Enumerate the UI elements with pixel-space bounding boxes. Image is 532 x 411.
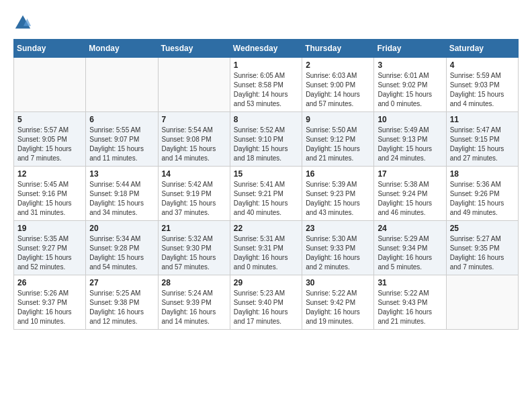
calendar-cell: [158, 58, 230, 112]
day-number: 23: [306, 224, 370, 233]
day-number: 29: [234, 278, 298, 287]
calendar-cell: 10Sunrise: 5:49 AM Sunset: 9:13 PM Dayli…: [374, 112, 446, 167]
logo-icon: [13, 13, 32, 32]
calendar-cell: 14Sunrise: 5:42 AM Sunset: 9:19 PM Dayli…: [158, 167, 230, 221]
day-info: Sunrise: 5:32 AM Sunset: 9:30 PM Dayligh…: [162, 234, 226, 272]
day-info: Sunrise: 5:36 AM Sunset: 9:26 PM Dayligh…: [450, 180, 515, 218]
day-info: Sunrise: 5:59 AM Sunset: 9:03 PM Dayligh…: [450, 71, 515, 109]
day-info: Sunrise: 5:42 AM Sunset: 9:19 PM Dayligh…: [162, 180, 226, 218]
day-number: 10: [378, 115, 442, 124]
day-info: Sunrise: 5:30 AM Sunset: 9:33 PM Dayligh…: [306, 234, 370, 272]
calendar-cell: 29Sunrise: 5:23 AM Sunset: 9:40 PM Dayli…: [230, 275, 302, 330]
day-info: Sunrise: 5:57 AM Sunset: 9:05 PM Dayligh…: [17, 126, 82, 163]
day-number: 4: [450, 60, 515, 70]
calendar-cell: 4Sunrise: 5:59 AM Sunset: 9:03 PM Daylig…: [446, 58, 518, 112]
calendar-header-row: SundayMondayTuesdayWednesdayThursdayFrid…: [14, 40, 519, 58]
day-info: Sunrise: 5:50 AM Sunset: 9:12 PM Dayligh…: [306, 126, 370, 163]
day-number: 14: [162, 169, 226, 179]
day-info: Sunrise: 5:22 AM Sunset: 9:42 PM Dayligh…: [306, 289, 370, 326]
day-number: 13: [89, 169, 154, 179]
calendar-cell: 20Sunrise: 5:34 AM Sunset: 9:28 PM Dayli…: [86, 221, 158, 275]
day-info: Sunrise: 5:45 AM Sunset: 9:16 PM Dayligh…: [17, 180, 82, 218]
calendar-cell: 26Sunrise: 5:26 AM Sunset: 9:37 PM Dayli…: [14, 275, 86, 330]
calendar-cell: [14, 58, 86, 112]
day-number: 26: [17, 278, 82, 287]
calendar-cell: 27Sunrise: 5:25 AM Sunset: 9:38 PM Dayli…: [86, 275, 158, 330]
calendar-cell: 15Sunrise: 5:41 AM Sunset: 9:21 PM Dayli…: [230, 167, 302, 221]
day-info: Sunrise: 5:44 AM Sunset: 9:18 PM Dayligh…: [89, 180, 154, 218]
day-number: 27: [89, 278, 154, 287]
day-number: 22: [234, 224, 298, 233]
calendar-cell: 28Sunrise: 5:24 AM Sunset: 9:39 PM Dayli…: [158, 275, 230, 330]
calendar-cell: 3Sunrise: 6:01 AM Sunset: 9:02 PM Daylig…: [374, 58, 446, 112]
day-info: Sunrise: 5:35 AM Sunset: 9:27 PM Dayligh…: [17, 234, 82, 272]
day-number: 5: [17, 115, 82, 124]
calendar-cell: 30Sunrise: 5:22 AM Sunset: 9:42 PM Dayli…: [302, 275, 374, 330]
day-info: Sunrise: 5:34 AM Sunset: 9:28 PM Dayligh…: [89, 234, 154, 272]
day-number: 17: [378, 169, 442, 179]
calendar-body: 1Sunrise: 6:05 AM Sunset: 8:58 PM Daylig…: [14, 58, 519, 330]
calendar-table: SundayMondayTuesdayWednesdayThursdayFrid…: [13, 39, 519, 330]
calendar-week-row: 1Sunrise: 6:05 AM Sunset: 8:58 PM Daylig…: [14, 58, 519, 112]
day-number: 31: [378, 278, 442, 287]
calendar-cell: 7Sunrise: 5:54 AM Sunset: 9:08 PM Daylig…: [158, 112, 230, 167]
day-info: Sunrise: 5:54 AM Sunset: 9:08 PM Dayligh…: [162, 126, 226, 163]
day-number: 9: [306, 115, 370, 124]
calendar-cell: 16Sunrise: 5:39 AM Sunset: 9:23 PM Dayli…: [302, 167, 374, 221]
day-info: Sunrise: 5:49 AM Sunset: 9:13 PM Dayligh…: [378, 126, 442, 163]
calendar-cell: 1Sunrise: 6:05 AM Sunset: 8:58 PM Daylig…: [230, 58, 302, 112]
day-info: Sunrise: 5:26 AM Sunset: 9:37 PM Dayligh…: [17, 289, 82, 326]
day-number: 1: [234, 60, 298, 70]
day-info: Sunrise: 6:03 AM Sunset: 9:00 PM Dayligh…: [306, 71, 370, 109]
calendar-cell: 19Sunrise: 5:35 AM Sunset: 9:27 PM Dayli…: [14, 221, 86, 275]
calendar-cell: 25Sunrise: 5:27 AM Sunset: 9:35 PM Dayli…: [446, 221, 518, 275]
day-number: 3: [378, 60, 442, 70]
calendar-week-row: 12Sunrise: 5:45 AM Sunset: 9:16 PM Dayli…: [14, 167, 519, 221]
calendar-cell: 13Sunrise: 5:44 AM Sunset: 9:18 PM Dayli…: [86, 167, 158, 221]
calendar-cell: 21Sunrise: 5:32 AM Sunset: 9:30 PM Dayli…: [158, 221, 230, 275]
day-info: Sunrise: 5:25 AM Sunset: 9:38 PM Dayligh…: [89, 289, 154, 326]
day-info: Sunrise: 5:55 AM Sunset: 9:07 PM Dayligh…: [89, 126, 154, 163]
day-number: 12: [17, 169, 82, 179]
day-info: Sunrise: 6:01 AM Sunset: 9:02 PM Dayligh…: [378, 71, 442, 109]
calendar-cell: 24Sunrise: 5:29 AM Sunset: 9:34 PM Dayli…: [374, 221, 446, 275]
calendar-week-row: 5Sunrise: 5:57 AM Sunset: 9:05 PM Daylig…: [14, 112, 519, 167]
day-info: Sunrise: 5:27 AM Sunset: 9:35 PM Dayligh…: [450, 234, 515, 272]
day-number: 6: [89, 115, 154, 124]
page-header: [13, 13, 519, 32]
day-info: Sunrise: 5:39 AM Sunset: 9:23 PM Dayligh…: [306, 180, 370, 218]
calendar-week-row: 19Sunrise: 5:35 AM Sunset: 9:27 PM Dayli…: [14, 221, 519, 275]
weekday-header: Thursday: [302, 40, 374, 58]
day-number: 20: [89, 224, 154, 233]
day-info: Sunrise: 5:47 AM Sunset: 9:15 PM Dayligh…: [450, 126, 515, 163]
calendar-cell: 2Sunrise: 6:03 AM Sunset: 9:00 PM Daylig…: [302, 58, 374, 112]
day-number: 15: [234, 169, 298, 179]
day-info: Sunrise: 5:52 AM Sunset: 9:10 PM Dayligh…: [234, 126, 298, 163]
weekday-header: Sunday: [14, 40, 86, 58]
day-number: 24: [378, 224, 442, 233]
day-number: 28: [162, 278, 226, 287]
day-number: 25: [450, 224, 515, 233]
weekday-header: Saturday: [446, 40, 518, 58]
calendar-cell: 5Sunrise: 5:57 AM Sunset: 9:05 PM Daylig…: [14, 112, 86, 167]
day-number: 2: [306, 60, 370, 70]
day-number: 19: [17, 224, 82, 233]
calendar-cell: [86, 58, 158, 112]
day-number: 8: [234, 115, 298, 124]
calendar-cell: 31Sunrise: 5:22 AM Sunset: 9:43 PM Dayli…: [374, 275, 446, 330]
day-info: Sunrise: 5:22 AM Sunset: 9:43 PM Dayligh…: [378, 289, 442, 326]
day-info: Sunrise: 5:24 AM Sunset: 9:39 PM Dayligh…: [162, 289, 226, 326]
calendar-cell: 18Sunrise: 5:36 AM Sunset: 9:26 PM Dayli…: [446, 167, 518, 221]
calendar-cell: [446, 275, 518, 330]
weekday-header: Monday: [86, 40, 158, 58]
day-info: Sunrise: 5:41 AM Sunset: 9:21 PM Dayligh…: [234, 180, 298, 218]
weekday-header: Tuesday: [158, 40, 230, 58]
calendar-cell: 23Sunrise: 5:30 AM Sunset: 9:33 PM Dayli…: [302, 221, 374, 275]
calendar-cell: 8Sunrise: 5:52 AM Sunset: 9:10 PM Daylig…: [230, 112, 302, 167]
day-info: Sunrise: 5:29 AM Sunset: 9:34 PM Dayligh…: [378, 234, 442, 272]
calendar-cell: 22Sunrise: 5:31 AM Sunset: 9:31 PM Dayli…: [230, 221, 302, 275]
logo: [13, 13, 35, 32]
day-number: 16: [306, 169, 370, 179]
calendar-cell: 17Sunrise: 5:38 AM Sunset: 9:24 PM Dayli…: [374, 167, 446, 221]
calendar-cell: 6Sunrise: 5:55 AM Sunset: 9:07 PM Daylig…: [86, 112, 158, 167]
